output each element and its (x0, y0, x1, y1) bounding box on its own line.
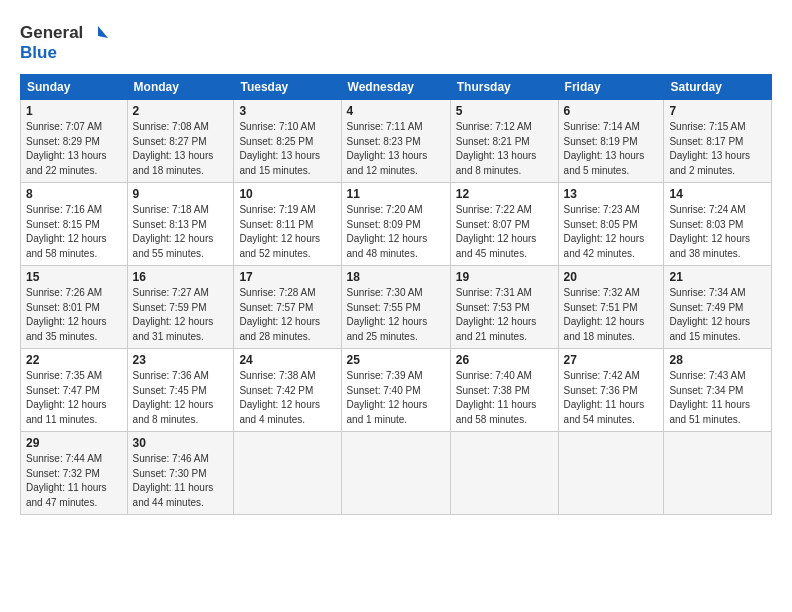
day-number: 29 (26, 436, 122, 450)
day-number: 18 (347, 270, 445, 284)
table-row: 29Sunrise: 7:44 AMSunset: 7:32 PMDayligh… (21, 432, 772, 515)
day-info: Sunrise: 7:20 AMSunset: 8:09 PMDaylight:… (347, 203, 445, 261)
day-number: 1 (26, 104, 122, 118)
calendar-cell: 13Sunrise: 7:23 AMSunset: 8:05 PMDayligh… (558, 183, 664, 266)
day-number: 22 (26, 353, 122, 367)
col-thursday: Thursday (450, 75, 558, 100)
calendar-cell: 27Sunrise: 7:42 AMSunset: 7:36 PMDayligh… (558, 349, 664, 432)
day-info: Sunrise: 7:46 AMSunset: 7:30 PMDaylight:… (133, 452, 229, 510)
calendar-cell: 2Sunrise: 7:08 AMSunset: 8:27 PMDaylight… (127, 100, 234, 183)
table-row: 8Sunrise: 7:16 AMSunset: 8:15 PMDaylight… (21, 183, 772, 266)
logo: General Blue (20, 16, 110, 64)
logo-icon: General Blue (20, 16, 110, 64)
calendar-cell: 1Sunrise: 7:07 AMSunset: 8:29 PMDaylight… (21, 100, 128, 183)
day-info: Sunrise: 7:18 AMSunset: 8:13 PMDaylight:… (133, 203, 229, 261)
day-info: Sunrise: 7:42 AMSunset: 7:36 PMDaylight:… (564, 369, 659, 427)
calendar-cell (664, 432, 772, 515)
calendar-cell: 21Sunrise: 7:34 AMSunset: 7:49 PMDayligh… (664, 266, 772, 349)
col-tuesday: Tuesday (234, 75, 341, 100)
day-number: 30 (133, 436, 229, 450)
day-info: Sunrise: 7:15 AMSunset: 8:17 PMDaylight:… (669, 120, 766, 178)
header: General Blue (20, 16, 772, 64)
calendar-cell (234, 432, 341, 515)
day-number: 13 (564, 187, 659, 201)
day-number: 12 (456, 187, 553, 201)
calendar-cell: 29Sunrise: 7:44 AMSunset: 7:32 PMDayligh… (21, 432, 128, 515)
day-info: Sunrise: 7:39 AMSunset: 7:40 PMDaylight:… (347, 369, 445, 427)
day-number: 19 (456, 270, 553, 284)
day-info: Sunrise: 7:10 AMSunset: 8:25 PMDaylight:… (239, 120, 335, 178)
calendar-body: 1Sunrise: 7:07 AMSunset: 8:29 PMDaylight… (21, 100, 772, 515)
day-info: Sunrise: 7:14 AMSunset: 8:19 PMDaylight:… (564, 120, 659, 178)
calendar-cell: 28Sunrise: 7:43 AMSunset: 7:34 PMDayligh… (664, 349, 772, 432)
calendar-cell: 5Sunrise: 7:12 AMSunset: 8:21 PMDaylight… (450, 100, 558, 183)
calendar-cell: 3Sunrise: 7:10 AMSunset: 8:25 PMDaylight… (234, 100, 341, 183)
day-number: 27 (564, 353, 659, 367)
header-row: Sunday Monday Tuesday Wednesday Thursday… (21, 75, 772, 100)
calendar-cell: 7Sunrise: 7:15 AMSunset: 8:17 PMDaylight… (664, 100, 772, 183)
day-number: 17 (239, 270, 335, 284)
calendar-cell: 17Sunrise: 7:28 AMSunset: 7:57 PMDayligh… (234, 266, 341, 349)
svg-text:Blue: Blue (20, 43, 57, 62)
calendar-cell: 8Sunrise: 7:16 AMSunset: 8:15 PMDaylight… (21, 183, 128, 266)
calendar-table: Sunday Monday Tuesday Wednesday Thursday… (20, 74, 772, 515)
day-info: Sunrise: 7:16 AMSunset: 8:15 PMDaylight:… (26, 203, 122, 261)
day-number: 11 (347, 187, 445, 201)
calendar-cell: 14Sunrise: 7:24 AMSunset: 8:03 PMDayligh… (664, 183, 772, 266)
day-number: 8 (26, 187, 122, 201)
col-saturday: Saturday (664, 75, 772, 100)
day-info: Sunrise: 7:31 AMSunset: 7:53 PMDaylight:… (456, 286, 553, 344)
day-info: Sunrise: 7:38 AMSunset: 7:42 PMDaylight:… (239, 369, 335, 427)
day-info: Sunrise: 7:22 AMSunset: 8:07 PMDaylight:… (456, 203, 553, 261)
day-info: Sunrise: 7:26 AMSunset: 8:01 PMDaylight:… (26, 286, 122, 344)
day-info: Sunrise: 7:08 AMSunset: 8:27 PMDaylight:… (133, 120, 229, 178)
day-info: Sunrise: 7:24 AMSunset: 8:03 PMDaylight:… (669, 203, 766, 261)
col-monday: Monday (127, 75, 234, 100)
day-number: 25 (347, 353, 445, 367)
svg-marker-2 (98, 26, 108, 38)
day-number: 15 (26, 270, 122, 284)
calendar-cell: 11Sunrise: 7:20 AMSunset: 8:09 PMDayligh… (341, 183, 450, 266)
calendar-cell: 30Sunrise: 7:46 AMSunset: 7:30 PMDayligh… (127, 432, 234, 515)
day-info: Sunrise: 7:35 AMSunset: 7:47 PMDaylight:… (26, 369, 122, 427)
calendar-cell: 10Sunrise: 7:19 AMSunset: 8:11 PMDayligh… (234, 183, 341, 266)
col-wednesday: Wednesday (341, 75, 450, 100)
day-number: 6 (564, 104, 659, 118)
calendar-cell (450, 432, 558, 515)
calendar-cell: 22Sunrise: 7:35 AMSunset: 7:47 PMDayligh… (21, 349, 128, 432)
calendar-cell: 20Sunrise: 7:32 AMSunset: 7:51 PMDayligh… (558, 266, 664, 349)
col-friday: Friday (558, 75, 664, 100)
day-info: Sunrise: 7:43 AMSunset: 7:34 PMDaylight:… (669, 369, 766, 427)
calendar-cell: 18Sunrise: 7:30 AMSunset: 7:55 PMDayligh… (341, 266, 450, 349)
day-info: Sunrise: 7:28 AMSunset: 7:57 PMDaylight:… (239, 286, 335, 344)
day-number: 28 (669, 353, 766, 367)
calendar-cell: 24Sunrise: 7:38 AMSunset: 7:42 PMDayligh… (234, 349, 341, 432)
day-number: 26 (456, 353, 553, 367)
calendar-cell (341, 432, 450, 515)
svg-text:General: General (20, 23, 83, 42)
day-number: 9 (133, 187, 229, 201)
day-number: 4 (347, 104, 445, 118)
calendar-cell: 6Sunrise: 7:14 AMSunset: 8:19 PMDaylight… (558, 100, 664, 183)
day-info: Sunrise: 7:07 AMSunset: 8:29 PMDaylight:… (26, 120, 122, 178)
day-info: Sunrise: 7:12 AMSunset: 8:21 PMDaylight:… (456, 120, 553, 178)
day-number: 20 (564, 270, 659, 284)
calendar-cell: 26Sunrise: 7:40 AMSunset: 7:38 PMDayligh… (450, 349, 558, 432)
table-row: 15Sunrise: 7:26 AMSunset: 8:01 PMDayligh… (21, 266, 772, 349)
day-info: Sunrise: 7:11 AMSunset: 8:23 PMDaylight:… (347, 120, 445, 178)
calendar-cell: 4Sunrise: 7:11 AMSunset: 8:23 PMDaylight… (341, 100, 450, 183)
calendar-cell: 9Sunrise: 7:18 AMSunset: 8:13 PMDaylight… (127, 183, 234, 266)
day-number: 5 (456, 104, 553, 118)
table-row: 22Sunrise: 7:35 AMSunset: 7:47 PMDayligh… (21, 349, 772, 432)
day-number: 10 (239, 187, 335, 201)
calendar-cell: 15Sunrise: 7:26 AMSunset: 8:01 PMDayligh… (21, 266, 128, 349)
day-info: Sunrise: 7:36 AMSunset: 7:45 PMDaylight:… (133, 369, 229, 427)
calendar-cell (558, 432, 664, 515)
day-info: Sunrise: 7:40 AMSunset: 7:38 PMDaylight:… (456, 369, 553, 427)
calendar-cell: 23Sunrise: 7:36 AMSunset: 7:45 PMDayligh… (127, 349, 234, 432)
calendar-cell: 16Sunrise: 7:27 AMSunset: 7:59 PMDayligh… (127, 266, 234, 349)
day-number: 14 (669, 187, 766, 201)
day-number: 3 (239, 104, 335, 118)
day-info: Sunrise: 7:27 AMSunset: 7:59 PMDaylight:… (133, 286, 229, 344)
calendar-cell: 25Sunrise: 7:39 AMSunset: 7:40 PMDayligh… (341, 349, 450, 432)
